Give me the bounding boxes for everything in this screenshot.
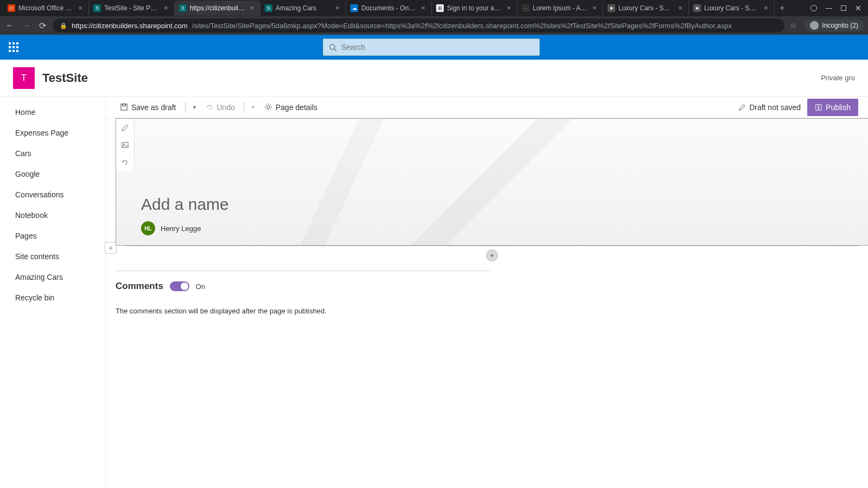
nav-item-home[interactable]: Home xyxy=(0,102,105,123)
browser-tab[interactable]: ★ Luxury Cars - Sedans, × xyxy=(689,1,775,16)
add-section-button[interactable]: + xyxy=(105,242,117,254)
favicon: O xyxy=(8,4,15,12)
browser-tab[interactable]: ★ Luxury Cars - Sedans, × xyxy=(603,1,689,16)
publish-icon xyxy=(815,104,822,111)
title-area[interactable]: Add a name HL Henry Legge xyxy=(116,118,868,246)
tab-title: https://citizenbuilders xyxy=(190,4,245,12)
maximize-button[interactable] xyxy=(841,5,846,11)
tab-title: Amazing Cars xyxy=(276,4,330,12)
nav-item-conversations[interactable]: Conversations xyxy=(0,184,105,205)
suite-search[interactable] xyxy=(323,38,540,56)
favicon: ☁ xyxy=(350,4,358,12)
forward-button[interactable]: → xyxy=(21,21,31,30)
undo-button[interactable]: Undo xyxy=(201,99,239,116)
reload-button[interactable]: ⟳ xyxy=(37,21,48,31)
search-input[interactable] xyxy=(341,43,534,52)
svg-rect-6 xyxy=(819,104,821,110)
page-details-button[interactable]: Page details xyxy=(260,99,322,116)
site-privacy-label: Private gro xyxy=(821,74,855,82)
nav-item-notebook[interactable]: Notebook xyxy=(0,205,105,226)
reset-title-button[interactable] xyxy=(116,153,134,171)
browser-tab-active[interactable]: S https://citizenbuilders × xyxy=(175,1,260,16)
main-layout: Home Expenses Page Cars Google Conversat… xyxy=(0,97,868,488)
undo-icon xyxy=(206,103,214,111)
tab-title: Microsoft Office Home xyxy=(18,4,73,12)
browser-tab[interactable]: S Amazing Cars × xyxy=(260,1,346,16)
publish-button[interactable]: Publish xyxy=(807,99,858,116)
pencil-icon xyxy=(738,104,746,111)
tab-title: Sign in to your accoun xyxy=(447,4,502,12)
close-icon[interactable]: × xyxy=(505,4,513,12)
work-area: Save as draft ▾ Undo ▾ Page details Draf… xyxy=(106,97,868,488)
nav-item-google[interactable]: Google xyxy=(0,164,105,184)
author-name[interactable]: Henry Legge xyxy=(161,224,201,233)
back-button[interactable]: ← xyxy=(4,21,15,30)
account-icon[interactable] xyxy=(810,5,817,11)
favicon: ★ xyxy=(608,4,615,12)
close-icon[interactable]: × xyxy=(76,4,84,12)
minimize-button[interactable] xyxy=(826,8,832,9)
nav-item-cars[interactable]: Cars xyxy=(0,143,105,164)
nav-item-amazing-cars[interactable]: Amazing Cars xyxy=(0,267,105,287)
svg-rect-3 xyxy=(123,104,126,106)
bookmark-icon[interactable]: ☆ xyxy=(790,21,797,30)
favicon: S xyxy=(265,4,272,12)
comments-hint: The comments section will be displayed a… xyxy=(116,307,858,315)
reset-icon xyxy=(121,158,129,166)
draft-status: Draft not saved xyxy=(738,103,801,112)
tab-title: Luxury Cars - Sedans, xyxy=(704,4,759,12)
close-window-button[interactable]: ✕ xyxy=(855,4,861,12)
close-icon[interactable]: × xyxy=(676,4,684,12)
app-launcher-icon[interactable] xyxy=(5,39,22,55)
undo-dropdown[interactable]: ▾ xyxy=(248,104,258,110)
favicon: ⊞ xyxy=(436,4,444,12)
close-icon[interactable]: × xyxy=(762,4,770,12)
incognito-badge[interactable]: Incognito (2) xyxy=(805,20,864,31)
add-webpart-button[interactable]: + xyxy=(486,249,498,261)
close-icon[interactable]: × xyxy=(248,4,256,12)
favicon: ★ xyxy=(693,4,701,12)
save-dropdown[interactable]: ▾ xyxy=(190,104,199,110)
page-title-input[interactable]: Add a name xyxy=(141,195,229,214)
site-logo[interactable]: T xyxy=(13,67,35,89)
browser-chrome: O Microsoft Office Home × S TestSite - S… xyxy=(0,0,868,35)
url-path: /sites/TestSite/SitePages/5da6mkp.aspx?M… xyxy=(192,22,732,30)
nav-item-pages[interactable]: Pages xyxy=(0,226,105,246)
url-field[interactable]: 🔒 https://citizenbuilders.sharepoint.com… xyxy=(53,18,784,33)
browser-tab[interactable]: ⊞ Sign in to your accoun × xyxy=(432,1,518,16)
close-icon[interactable]: × xyxy=(419,4,427,12)
window-controls: ✕ xyxy=(810,4,868,12)
change-image-button[interactable] xyxy=(116,136,134,153)
favicon: S xyxy=(93,4,101,12)
browser-tab[interactable]: · Lorem Ipsum - All the × xyxy=(518,1,603,16)
nav-item-site-contents[interactable]: Site contents xyxy=(0,246,105,267)
command-bar: Save as draft ▾ Undo ▾ Page details Draf… xyxy=(106,97,868,118)
author-avatar[interactable]: HL xyxy=(141,221,155,235)
tab-title: TestSite - Site Pages - xyxy=(104,4,159,12)
page-details-label: Page details xyxy=(276,103,317,112)
comments-toggle-label: On xyxy=(196,282,205,291)
browser-tab[interactable]: S TestSite - Site Pages - × xyxy=(89,1,175,16)
browser-tab[interactable]: ☁ Documents - OneDriv × xyxy=(346,1,432,16)
new-tab-button[interactable]: + xyxy=(775,3,790,13)
close-icon[interactable]: × xyxy=(591,4,598,12)
save-as-draft-button[interactable]: Save as draft xyxy=(116,99,181,116)
draft-status-label: Draft not saved xyxy=(749,103,801,112)
nav-item-expenses[interactable]: Expenses Page xyxy=(0,123,105,143)
empty-section[interactable] xyxy=(116,261,490,271)
favicon: S xyxy=(179,4,187,12)
close-icon[interactable]: × xyxy=(334,4,341,12)
close-icon[interactable]: × xyxy=(162,4,170,12)
favicon: · xyxy=(522,4,529,12)
comments-toggle[interactable] xyxy=(170,281,189,291)
title-toolbox xyxy=(116,119,135,171)
separator xyxy=(185,102,186,113)
tab-title: Documents - OneDriv xyxy=(361,4,416,12)
nav-item-recycle-bin[interactable]: Recycle bin xyxy=(0,287,105,308)
author-row: HL Henry Legge xyxy=(141,221,201,235)
edit-title-button[interactable] xyxy=(116,119,134,136)
site-title[interactable]: TestSite xyxy=(42,71,88,85)
page-canvas: + Add a name HL Henry Legge xyxy=(106,118,868,315)
pencil-icon xyxy=(121,124,129,132)
browser-tab[interactable]: O Microsoft Office Home × xyxy=(3,1,89,16)
